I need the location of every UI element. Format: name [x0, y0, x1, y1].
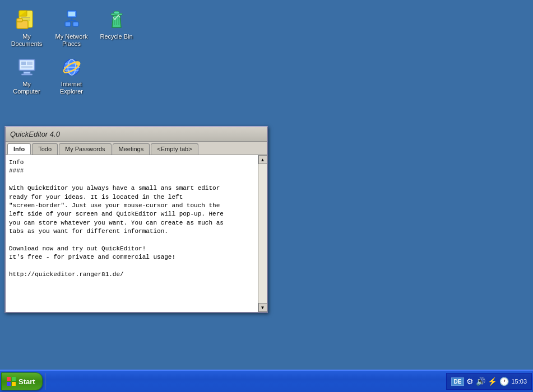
- start-button[interactable]: Start: [1, 372, 43, 390]
- internet-explorer-icon-img: [61, 56, 83, 78]
- systray-icon-2: 🔊: [476, 377, 485, 386]
- svg-rect-22: [21, 62, 26, 65]
- tab-empty[interactable]: <Empty tab>: [151, 143, 198, 155]
- my-documents-label: My Documents: [8, 33, 45, 48]
- taskbar: Start DE ⚙ 🔊 ⚡ 🕐 15:03: [0, 370, 533, 392]
- start-logo-icon: [6, 376, 16, 386]
- desktop-icon-grid: My Documents My Network Places: [0, 0, 140, 106]
- svg-rect-11: [73, 22, 78, 26]
- language-indicator: DE: [451, 377, 465, 386]
- my-network-places-icon[interactable]: My Network Places: [50, 6, 92, 53]
- svg-rect-10: [65, 22, 71, 26]
- svg-point-31: [76, 62, 80, 66]
- quickeditor-titlebar: QuickEditor 4.0: [6, 127, 267, 142]
- svg-rect-21: [21, 74, 33, 75]
- my-documents-icon-img: [16, 8, 38, 31]
- system-tray: DE ⚙ 🔊 ⚡ 🕐 15:03: [446, 373, 532, 390]
- my-computer-label: My Computer: [8, 81, 45, 95]
- tab-todo[interactable]: Todo: [32, 143, 58, 155]
- my-documents-icon[interactable]: My Documents: [6, 6, 48, 53]
- quickeditor-scrollbar: ▲ ▼: [258, 155, 267, 312]
- tab-info[interactable]: Info: [7, 143, 31, 155]
- systray-icon-3: ⚡: [488, 377, 497, 386]
- svg-rect-17: [114, 11, 119, 14]
- system-time: 15:03: [511, 378, 527, 385]
- quickeditor-textarea[interactable]: [6, 155, 258, 312]
- recycle-bin-icon-img: [105, 8, 128, 31]
- quickeditor-tabs: Info Todo My Passwords Meetings <Empty t…: [6, 142, 267, 155]
- tab-my-passwords[interactable]: My Passwords: [59, 143, 112, 155]
- my-computer-icon[interactable]: My Computer: [6, 53, 48, 101]
- systray-icon-4: 🕐: [499, 377, 509, 386]
- scroll-down-button[interactable]: ▼: [258, 303, 267, 312]
- svg-rect-9: [68, 12, 75, 16]
- start-label: Start: [18, 377, 35, 386]
- internet-explorer-icon[interactable]: Internet Explorer: [50, 53, 92, 101]
- my-computer-icon-img: [16, 56, 38, 78]
- scroll-track: [258, 164, 267, 303]
- svg-rect-7: [17, 18, 22, 22]
- svg-rect-24: [21, 66, 33, 68]
- scroll-up-button[interactable]: ▲: [258, 155, 267, 164]
- quickeditor-window: QuickEditor 4.0 Info Todo My Passwords M…: [4, 126, 268, 313]
- svg-rect-32: [7, 377, 11, 381]
- svg-rect-23: [27, 62, 33, 65]
- my-network-places-label: My Network Places: [53, 33, 90, 48]
- quickeditor-title: QuickEditor 4.0: [10, 130, 60, 138]
- recycle-bin-icon[interactable]: Recycle Bin: [95, 6, 137, 53]
- my-network-places-icon-img: [61, 8, 83, 31]
- recycle-bin-label: Recycle Bin: [100, 33, 132, 40]
- svg-rect-35: [12, 382, 16, 386]
- svg-rect-3: [21, 17, 30, 18]
- svg-rect-34: [7, 382, 11, 386]
- taskbar-divider: [45, 373, 46, 390]
- svg-rect-20: [24, 72, 30, 74]
- svg-rect-33: [12, 377, 16, 381]
- tab-meetings[interactable]: Meetings: [113, 143, 150, 155]
- systray-icon-1: ⚙: [466, 377, 474, 386]
- internet-explorer-label: Internet Explorer: [53, 81, 90, 95]
- quickeditor-content: ▲ ▼: [6, 155, 267, 312]
